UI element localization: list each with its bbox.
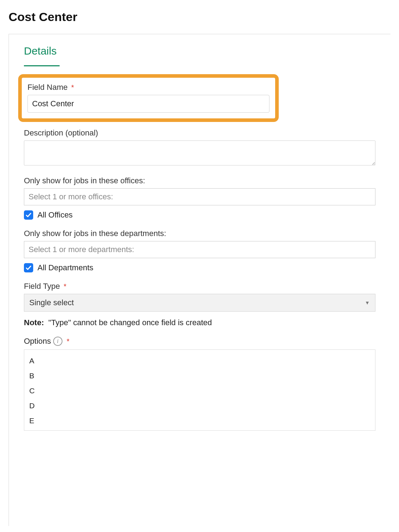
offices-multiselect[interactable]: Select 1 or more offices: xyxy=(24,188,375,205)
required-star-icon: * xyxy=(71,83,74,91)
note-prefix: Note: xyxy=(24,318,44,327)
all-departments-checkbox-row[interactable]: All Departments xyxy=(24,263,375,272)
field-type-field: Field Type * Single select ▼ xyxy=(24,282,375,312)
tabs: Details xyxy=(24,45,375,61)
departments-field: Only show for jobs in these departments:… xyxy=(24,229,375,272)
field-type-label: Field Type * xyxy=(24,282,375,291)
info-icon[interactable]: i xyxy=(53,337,62,346)
all-offices-checkbox-row[interactable]: All Offices xyxy=(24,210,375,220)
option-item[interactable]: A xyxy=(29,353,370,368)
tab-details[interactable]: Details xyxy=(24,45,57,61)
description-field: Description (optional) xyxy=(24,128,375,167)
option-item[interactable]: C xyxy=(29,383,370,398)
page-title: Cost Center xyxy=(9,10,390,24)
field-name-highlight: Field Name * xyxy=(18,74,279,122)
all-departments-label: All Departments xyxy=(37,263,94,272)
offices-label: Only show for jobs in these offices: xyxy=(24,176,375,185)
field-type-note: Note: "Type" cannot be changed once fiel… xyxy=(24,318,375,327)
field-type-label-text: Field Type xyxy=(24,282,60,291)
options-label: Options xyxy=(24,337,51,346)
field-type-select[interactable]: Single select xyxy=(24,294,375,312)
details-panel: Details Field Name * Description (option… xyxy=(9,34,390,526)
offices-field: Only show for jobs in these offices: Sel… xyxy=(24,176,375,220)
field-name-label: Field Name * xyxy=(27,83,269,92)
all-offices-label: All Offices xyxy=(37,210,73,220)
description-textarea[interactable] xyxy=(24,140,375,165)
required-star-icon: * xyxy=(64,282,66,290)
description-label: Description (optional) xyxy=(24,128,375,138)
option-item[interactable]: B xyxy=(29,368,370,383)
checkbox-checked-icon xyxy=(24,210,33,220)
departments-label: Only show for jobs in these departments: xyxy=(24,229,375,238)
note-text: "Type" cannot be changed once field is c… xyxy=(48,318,212,327)
option-item[interactable]: D xyxy=(29,398,370,413)
required-star-icon: * xyxy=(67,337,70,346)
options-label-row: Options i * xyxy=(24,337,375,346)
options-box: A B C D E xyxy=(24,349,375,431)
field-type-select-wrap: Single select ▼ xyxy=(24,294,375,312)
option-item[interactable]: E xyxy=(29,413,370,428)
checkbox-checked-icon xyxy=(24,263,33,272)
field-name-label-text: Field Name xyxy=(27,83,67,92)
departments-multiselect[interactable]: Select 1 or more departments: xyxy=(24,241,375,258)
field-name-input[interactable] xyxy=(27,95,269,113)
